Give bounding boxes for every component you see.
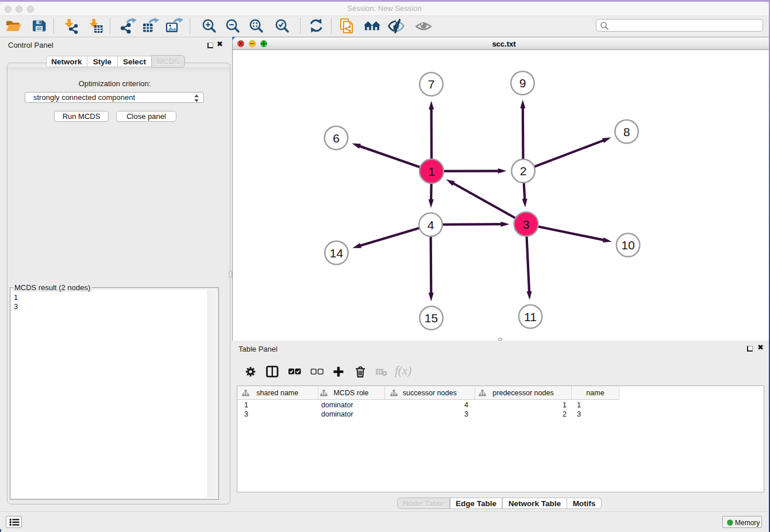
svg-text:7: 7 (428, 78, 435, 91)
svg-text:14: 14 (330, 246, 344, 260)
svg-text:10: 10 (621, 238, 634, 252)
svg-text:3: 3 (523, 218, 530, 231)
svg-text:11: 11 (524, 310, 537, 323)
svg-text:8: 8 (623, 125, 630, 138)
svg-text:15: 15 (425, 311, 438, 325)
svg-text:6: 6 (333, 132, 340, 145)
svg-text:1: 1 (428, 165, 435, 178)
svg-text:9: 9 (519, 76, 526, 90)
svg-text:2: 2 (520, 164, 527, 178)
svg-text:4: 4 (428, 218, 434, 232)
